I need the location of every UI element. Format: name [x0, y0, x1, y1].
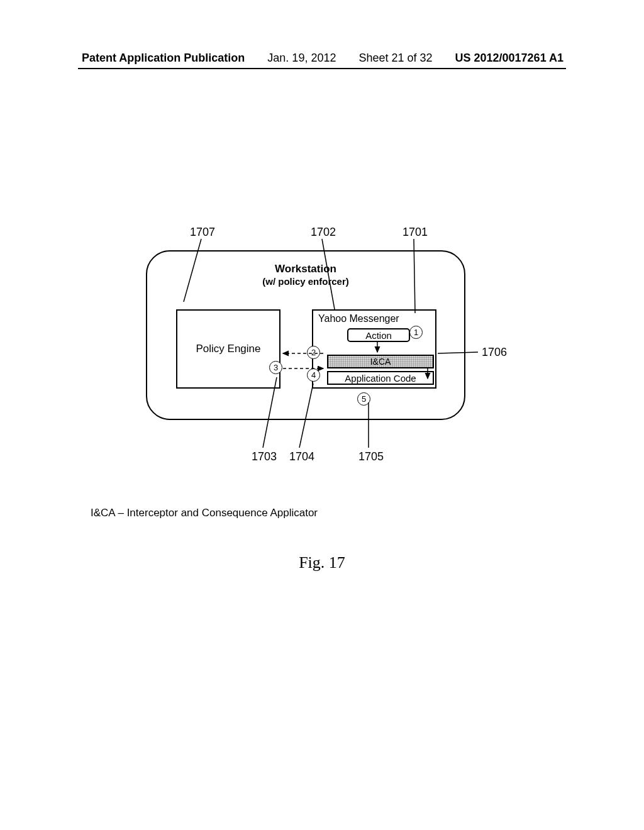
- ref-1705: 1705: [358, 450, 384, 463]
- ref-1701: 1701: [402, 226, 428, 239]
- ref-1703: 1703: [252, 450, 277, 463]
- publication-label: Patent Application Publication: [82, 52, 245, 65]
- ref-1702: 1702: [311, 226, 336, 239]
- sheet-number: Sheet 21 of 32: [358, 52, 432, 65]
- workstation-subtitle: (w/ policy enforcer): [262, 276, 349, 287]
- step-3: 3: [269, 361, 282, 374]
- step-4: 4: [307, 368, 320, 382]
- ref-1704: 1704: [289, 450, 314, 463]
- action-box: Action: [347, 328, 410, 342]
- step-2: 2: [307, 346, 320, 359]
- workstation-title: Workstation (w/ policy enforcer): [147, 263, 464, 288]
- policy-engine-box: Policy Engine: [176, 309, 280, 389]
- patent-number: US 2012/0017261 A1: [455, 52, 564, 65]
- figure-caption: Fig. 17: [0, 553, 644, 572]
- messenger-box: Yahoo Messenger Action I&CA Application …: [312, 309, 436, 389]
- ica-box: I&CA: [327, 355, 434, 368]
- workstation-title-main: Workstation: [275, 263, 336, 275]
- application-code-box: Application Code: [327, 371, 434, 385]
- messenger-title: Yahoo Messenger: [318, 313, 399, 324]
- publication-date: Jan. 19, 2012: [267, 52, 336, 65]
- page-header: Patent Application Publication Jan. 19, …: [0, 52, 644, 65]
- step-1: 1: [409, 326, 423, 339]
- ref-1707: 1707: [190, 226, 215, 239]
- header-rule: [78, 68, 566, 69]
- legend-text: I&CA – Interceptor and Consequence Appli…: [91, 507, 318, 519]
- ref-1706: 1706: [482, 346, 507, 359]
- policy-engine-label: Policy Engine: [196, 343, 260, 355]
- step-5: 5: [357, 392, 370, 406]
